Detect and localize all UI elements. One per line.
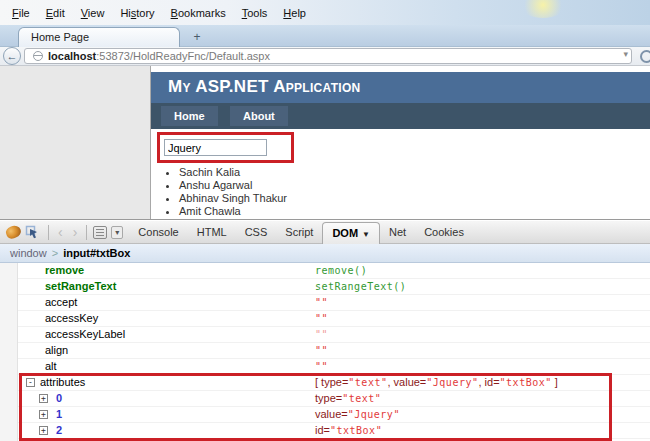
member-list: Sachin Kalia Anshu Agarwal Abhinav Singh… — [179, 166, 287, 218]
panel-options-caret-icon[interactable]: ▾ — [111, 226, 123, 239]
property-name: accessKey — [45, 311, 98, 326]
property-value: [ type="text", value="Jquery", id="txtBo… — [315, 375, 558, 390]
url-dropdown-icon[interactable]: ▾ — [623, 49, 628, 59]
list-item: Anshu Agarwal — [179, 179, 287, 192]
list-item: Amit Chawla — [179, 205, 287, 218]
nav-home-link[interactable]: Home — [161, 106, 218, 126]
table-row[interactable]: - attributes [ type="text", value="Jquer… — [18, 375, 650, 391]
expand-icon[interactable]: + — [39, 426, 48, 435]
dom-rows: remove remove() setRangeText setRangeTex… — [18, 263, 650, 439]
browser-tab-home-page[interactable]: Home Page — [18, 27, 180, 47]
tab-dom[interactable]: DOM▼ — [322, 222, 380, 244]
property-name: attributes — [40, 375, 85, 390]
property-value: setRangeText() — [315, 279, 406, 294]
table-row[interactable]: alt "" — [18, 359, 650, 375]
annotation-box-textbox — [157, 132, 294, 163]
aero-glow-decoration — [520, 0, 566, 18]
property-value: "" — [315, 327, 328, 342]
chevron-down-icon: ▼ — [362, 230, 370, 239]
property-name: accessKeyLabel — [45, 327, 125, 342]
property-name: accept — [45, 295, 77, 310]
menu-edit[interactable]: Edit — [38, 4, 73, 22]
back-button[interactable]: ← — [3, 47, 21, 65]
dom-breadcrumb: window > input#txtBox — [0, 244, 650, 263]
table-row[interactable]: align "" — [18, 343, 650, 359]
property-name: setRangeText — [45, 279, 116, 294]
attribute-index: 1 — [56, 407, 62, 422]
expand-icon[interactable]: + — [39, 410, 48, 419]
property-name: alt — [45, 359, 57, 374]
site-globe-icon — [33, 51, 43, 61]
address-bar[interactable]: localhost :53873/HoldReadyFnc/Default.as… — [24, 48, 632, 64]
table-row[interactable]: + 1 value="Jquery" — [18, 407, 650, 423]
property-value: remove() — [315, 263, 367, 278]
nav-about-link[interactable]: About — [230, 106, 288, 126]
url-path: :53873/HoldReadyFnc/Default.aspx — [96, 50, 270, 62]
menu-history[interactable]: History — [112, 4, 162, 22]
list-item: Abhinav Singh Thakur — [179, 192, 287, 205]
panel-list-icon[interactable] — [93, 226, 107, 239]
reload-icon[interactable] — [640, 50, 650, 63]
dom-panel-gutter — [0, 263, 18, 441]
new-tab-button[interactable]: + — [186, 30, 208, 45]
list-item: Sachin Kalia — [179, 166, 287, 179]
table-row[interactable]: + 0 type="text" — [18, 391, 650, 407]
property-name: remove — [45, 263, 84, 278]
page-viewport: My ASP.NET Application Home About Sachin… — [0, 66, 650, 219]
menu-tools[interactable]: Tools — [234, 4, 276, 22]
tab-bar: Home Page + — [0, 25, 650, 47]
table-row[interactable]: setRangeText setRangeText() — [18, 279, 650, 295]
expand-icon[interactable]: + — [39, 394, 48, 403]
menu-bar: File Edit View History Bookmarks Tools H… — [0, 0, 650, 25]
toolbar-separator — [86, 225, 87, 240]
firebug-bug-icon[interactable] — [4, 224, 22, 240]
breadcrumb-window[interactable]: window — [10, 247, 47, 259]
tab-script[interactable]: Script — [276, 222, 322, 242]
tab-html[interactable]: HTML — [188, 222, 236, 242]
tab-console[interactable]: Console — [129, 222, 187, 242]
property-value: "" — [315, 311, 328, 326]
firebug-panel: ‹ › ▾ Console HTML CSS Script DOM▼ Net C… — [0, 219, 650, 441]
browser-window: File Edit View History Bookmarks Tools H… — [0, 0, 650, 441]
back-arrow-icon: ← — [7, 50, 18, 62]
attribute-index: 2 — [56, 423, 62, 438]
menu-items: File Edit View History Bookmarks Tools H… — [4, 0, 314, 25]
firebug-toolbar: ‹ › ▾ Console HTML CSS Script DOM▼ Net C… — [0, 221, 650, 244]
attribute-value: type="text" — [315, 391, 381, 406]
navigation-toolbar: localhost :53873/HoldReadyFnc/Default.as… — [0, 47, 650, 66]
tab-cookies[interactable]: Cookies — [415, 222, 473, 242]
table-row[interactable]: accessKeyLabel "" — [18, 327, 650, 343]
collapse-icon[interactable]: - — [26, 378, 35, 387]
tab-net[interactable]: Net — [380, 222, 415, 242]
property-name: align — [45, 343, 68, 358]
attribute-index: 0 — [56, 391, 62, 406]
table-row[interactable]: accessKey "" — [18, 311, 650, 327]
panel-back-icon[interactable]: ‹ — [53, 225, 68, 240]
property-value: "" — [315, 343, 328, 358]
menu-view[interactable]: View — [73, 4, 113, 22]
url-host: localhost — [48, 50, 96, 62]
page-header: My ASP.NET Application — [151, 72, 650, 103]
menu-help[interactable]: Help — [275, 4, 314, 22]
dom-panel: remove remove() setRangeText setRangeTex… — [0, 263, 650, 441]
breadcrumb-selected-element[interactable]: input#txtBox — [63, 247, 130, 259]
attribute-value: id="txtBox" — [315, 423, 382, 438]
page-nav: Home About — [151, 103, 650, 129]
toolbar-separator — [48, 225, 49, 240]
table-row[interactable]: + 2 id="txtBox" — [18, 423, 650, 439]
breadcrumb-separator: > — [52, 247, 58, 259]
attributes-section: - attributes [ type="text", value="Jquer… — [18, 375, 650, 439]
table-row[interactable]: remove remove() — [18, 263, 650, 279]
menu-bookmarks[interactable]: Bookmarks — [163, 4, 234, 22]
panel-forward-icon[interactable]: › — [68, 225, 83, 240]
tab-css[interactable]: CSS — [236, 222, 277, 242]
property-value: "" — [315, 295, 328, 310]
attribute-value: value="Jquery" — [315, 407, 400, 422]
inspect-element-icon[interactable] — [25, 225, 40, 240]
table-row[interactable]: accept "" — [18, 295, 650, 311]
menu-file[interactable]: File — [4, 4, 38, 22]
page-title: My ASP.NET Application — [151, 72, 650, 102]
property-value: "" — [315, 359, 328, 374]
